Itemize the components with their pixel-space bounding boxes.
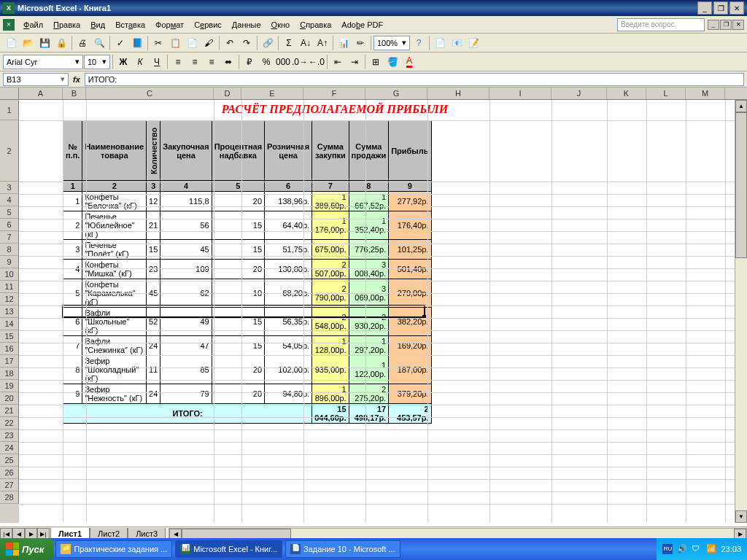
drawing-button[interactable]: ✏ [352,35,368,51]
table-cell[interactable]: 94,80р. [265,384,312,404]
table-cell[interactable]: 79 [160,384,212,404]
table-cell[interactable]: 501,40р. [389,260,431,279]
pdf-review-button[interactable]: 📝 [465,35,481,51]
comma-button[interactable]: 000 [275,54,291,70]
worksheet-grid[interactable]: ABCDEFGHIJKLM 12345678910111213141516171… [0,88,747,526]
hyperlink-button[interactable]: 🔗 [260,35,276,51]
name-box[interactable]: B13▾ [3,73,69,86]
zoom-combo[interactable]: 100%▾ [374,36,410,50]
column-header-H[interactable]: H [427,88,489,99]
total-cell[interactable]: 17 498,17р. [349,404,389,424]
sort-asc-button[interactable]: A↓ [298,35,314,51]
maximize-button[interactable]: ❐ [713,1,728,15]
decrease-decimal-button[interactable]: ←.0 [309,54,325,70]
table-cell[interactable]: 2 507,00р. [312,260,349,279]
font-color-button[interactable]: A [401,54,417,70]
total-cell[interactable]: 2 453,57р. [389,404,431,424]
table-cell[interactable]: 169,20р. [389,336,431,356]
table-cell[interactable]: Вафли "Снежинка" (кГ) [82,336,147,356]
menu-edit[interactable]: Правка [49,19,85,31]
italic-button[interactable]: К [132,54,148,70]
menu-insert[interactable]: Вставка [111,19,150,31]
table-cell[interactable]: 6 [63,308,82,336]
table-cell[interactable]: 109 [160,260,212,279]
row-header-6[interactable]: 6 [0,219,19,231]
table-cell[interactable]: 23 [147,260,160,279]
table-cell[interactable]: Конфеты "Мишка" (кГ) [82,260,147,279]
menu-file[interactable]: Файл [19,19,47,31]
row-header-22[interactable]: 22 [0,417,19,429]
table-cell[interactable]: 7 [63,336,82,356]
column-header-I[interactable]: I [489,88,551,99]
row-header-12[interactable]: 12 [0,293,19,306]
table-cell[interactable]: 21 [147,211,160,240]
table-cell[interactable]: 4 [63,260,82,279]
column-header-A[interactable]: A [19,88,63,99]
column-header-K[interactable]: K [607,88,646,99]
increase-indent-button[interactable]: ⇥ [347,54,363,70]
minimize-button[interactable]: _ [697,1,712,15]
menu-adobe-pdf[interactable]: Adobe PDF [337,19,387,31]
table-cell[interactable]: 56,35р. [265,308,312,336]
undo-button[interactable]: ↶ [222,35,238,51]
copy-button[interactable]: 📋 [167,35,183,51]
column-header-F[interactable]: F [303,88,365,99]
cut-button[interactable]: ✂ [150,35,166,51]
table-cell[interactable]: 2 930,20р. [349,308,389,336]
doc-restore-button[interactable]: ❐ [720,20,732,30]
align-right-button[interactable]: ≡ [204,54,220,70]
print-preview-button[interactable]: 🔍 [91,35,107,51]
table-cell[interactable]: 1 128,00р. [312,336,349,356]
table-cell[interactable]: 56 [160,211,212,240]
table-cell[interactable]: Печенье "Юбилейное" (кГ) [82,211,147,240]
tray-icon-2[interactable]: 🛡 [692,544,702,554]
pdf-convert-button[interactable]: 📄 [432,35,448,51]
pdf-email-button[interactable]: 📧 [449,35,465,51]
table-cell[interactable]: 3 008,40р. [349,260,389,279]
menu-help[interactable]: Справка [295,19,336,31]
borders-button[interactable]: ⊞ [368,54,384,70]
clock[interactable]: 23:03 [721,545,741,553]
fill-color-button[interactable]: 🪣 [384,54,400,70]
help-button[interactable]: ? [411,35,427,51]
row-header-7[interactable]: 7 [0,231,19,244]
close-button[interactable]: ✕ [729,1,744,15]
table-cell[interactable]: 15 [212,336,264,356]
row-header-23[interactable]: 23 [0,429,19,442]
table-cell[interactable]: 52 [147,308,160,336]
percent-button[interactable]: % [258,54,274,70]
table-cell[interactable]: 1 176,00р. [312,211,349,240]
table-cell[interactable]: 379,20р. [389,384,431,404]
table-cell[interactable]: 24 [147,336,160,356]
row-header-2[interactable]: 2 [0,120,19,182]
table-cell[interactable]: Зефир "Нежность" (кГ) [82,384,147,404]
select-all-button[interactable] [0,88,19,99]
menu-view[interactable]: Вид [86,19,109,31]
bold-button[interactable]: Ж [115,54,131,70]
redo-button[interactable]: ↷ [239,35,255,51]
research-button[interactable]: 📘 [129,35,145,51]
row-header-1[interactable]: 1 [0,100,19,120]
row-header-18[interactable]: 18 [0,368,19,380]
save-button[interactable]: 💾 [36,35,53,51]
tray-icon-1[interactable]: 🔊 [677,544,687,554]
permission-button[interactable]: 🔒 [53,35,69,51]
column-header-D[interactable]: D [214,88,241,99]
increase-decimal-button[interactable]: .0→ [292,54,308,70]
row-header-20[interactable]: 20 [0,392,19,405]
new-button[interactable]: 📄 [3,35,19,51]
row-header-17[interactable]: 17 [0,355,19,368]
paste-button[interactable]: 📄 [184,35,200,51]
table-cell[interactable]: 1 352,40р. [349,211,389,240]
column-header-E[interactable]: E [241,88,303,99]
table-cell[interactable]: 130,80р. [265,260,312,279]
font-name-combo[interactable]: Arial Cyr▾ [3,55,83,69]
table-cell[interactable]: 49 [160,308,212,336]
currency-button[interactable]: ₽ [241,54,258,70]
row-header-15[interactable]: 15 [0,330,19,343]
row-header-3[interactable]: 3 [0,182,19,194]
row-header-28[interactable]: 28 [0,491,19,504]
menu-data[interactable]: Данные [228,19,266,31]
table-cell[interactable]: 15 [212,211,264,240]
row-header-24[interactable]: 24 [0,442,19,454]
